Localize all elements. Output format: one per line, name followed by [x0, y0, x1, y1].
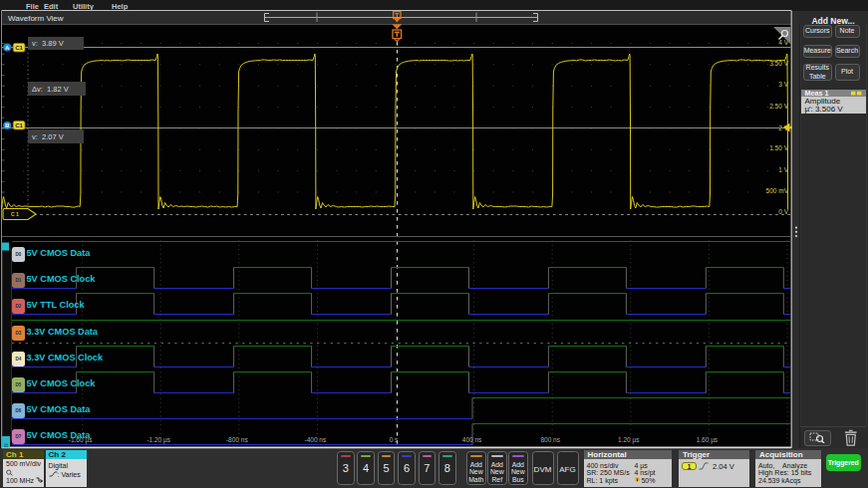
svg-text:0 s: 0 s	[390, 436, 399, 443]
svg-text:-400 ns: -400 ns	[305, 436, 327, 443]
svg-text:-800 ns: -800 ns	[226, 436, 248, 443]
svg-text:C1: C1	[15, 122, 23, 128]
svg-text:1.60 µs: 1.60 µs	[697, 436, 719, 444]
svg-text:-1.20 µs: -1.20 µs	[146, 436, 170, 444]
svg-text:C 1: C 1	[11, 211, 19, 217]
svg-text:1 V: 1 V	[778, 166, 788, 173]
svg-text:500 mV: 500 mV	[766, 187, 789, 194]
svg-text:B: B	[5, 122, 10, 128]
svg-text:800 ns: 800 ns	[540, 436, 560, 443]
svg-text:400 ns: 400 ns	[462, 436, 482, 443]
svg-text:1.20 µs: 1.20 µs	[618, 436, 640, 444]
svg-text:1.50 V: 1.50 V	[769, 144, 788, 151]
svg-text:0 V: 0 V	[778, 208, 788, 215]
